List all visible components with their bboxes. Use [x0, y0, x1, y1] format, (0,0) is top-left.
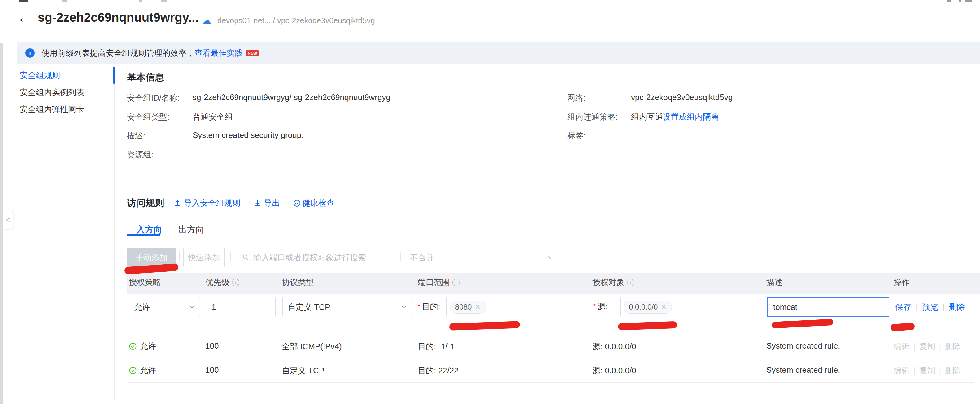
- banner-text: 使用前缀列表提高安全组规则管理的效率，: [41, 48, 194, 59]
- best-practice-link[interactable]: 查看最佳实践: [194, 48, 243, 59]
- red-marker-save: [890, 323, 915, 331]
- action-separator: |: [916, 302, 918, 312]
- back-button[interactable]: ←: [18, 11, 32, 25]
- vpc-cloud-icon[interactable]: ☁: [202, 15, 211, 26]
- access-rules-actions: 导入安全组规则 导出 健康检查: [173, 198, 334, 209]
- resource-group-label: 资源组:: [127, 149, 153, 160]
- export-link[interactable]: 导出: [253, 198, 280, 209]
- edit-button-disabled[interactable]: 编辑: [894, 341, 910, 352]
- top-edge-fragment: [161, 0, 167, 2]
- red-marker-port: [449, 321, 520, 331]
- export-label: 导出: [264, 198, 280, 209]
- rule-row-policy: 允许: [129, 365, 156, 376]
- sidebar-item-security-group-rules[interactable]: 安全组规则: [20, 70, 60, 81]
- sidebar-item-eni-list[interactable]: 安全组内弹性网卡: [20, 104, 84, 115]
- quick-add-button[interactable]: 快速添加: [183, 248, 225, 267]
- port-tag: 8080 ✕: [450, 300, 486, 313]
- red-marker-source: [618, 321, 677, 331]
- info-circle-icon[interactable]: i: [452, 279, 460, 286]
- set-isolation-link[interactable]: 设置成组内隔离: [663, 112, 719, 122]
- copy-button-disabled[interactable]: 复制: [919, 365, 935, 376]
- import-rules-label: 导入安全组规则: [184, 198, 240, 209]
- rule-row-description: System created rule.: [766, 365, 840, 375]
- panel-collapse-button[interactable]: <: [3, 210, 13, 229]
- edit-button-disabled[interactable]: 编辑: [894, 365, 910, 376]
- rule-row-actions: 编辑 | 复制 | 删除: [894, 341, 961, 352]
- rule-search-input[interactable]: [253, 252, 395, 263]
- top-edge-fragment: [966, 0, 972, 2]
- rule-row-protocol: 自定义 TCP: [282, 365, 324, 376]
- rule-row-policy: 允许: [129, 341, 156, 351]
- save-button[interactable]: 保存: [895, 302, 911, 313]
- check-circle-icon: [129, 367, 137, 375]
- row-divider: [127, 382, 974, 383]
- remove-tag-icon[interactable]: ✕: [475, 303, 480, 311]
- top-edge-fragment: [947, 0, 951, 2]
- col-port-range: 端口范围i: [418, 277, 460, 288]
- priority-input-wrap: [205, 297, 275, 317]
- network-value: vpc-2zekoqe3v0eusqiktd5vg: [631, 93, 733, 102]
- basic-info-title: 基本信息: [127, 71, 164, 84]
- merge-mode-value: 不合并: [410, 252, 434, 263]
- intra-policy-label: 组内连通策略:: [567, 112, 618, 122]
- policy-select[interactable]: 允许: [129, 297, 200, 317]
- rule-search-box[interactable]: [237, 248, 395, 267]
- delete-button-disabled[interactable]: 删除: [945, 365, 961, 376]
- tab-inbound[interactable]: 入方向: [136, 224, 162, 235]
- source-input[interactable]: 0.0.0.0/0 ✕: [620, 297, 758, 317]
- rule-row-actions: 编辑 | 复制 | 删除: [894, 365, 961, 376]
- rule-row-priority: 100: [205, 365, 219, 375]
- rule-row-protocol: 全部 ICMP(IPv4): [282, 341, 342, 352]
- top-edge-fragment: [139, 0, 142, 2]
- remove-tag-icon[interactable]: ✕: [661, 303, 667, 311]
- info-circle-icon[interactable]: i: [627, 279, 635, 286]
- preview-button[interactable]: 预览: [922, 302, 938, 313]
- tab-outbound[interactable]: 出方向: [178, 224, 204, 235]
- port-tag-value: 8080: [455, 303, 472, 311]
- health-check-link[interactable]: 健康检查: [293, 198, 334, 209]
- top-edge-fragment: [62, 0, 67, 2]
- merge-mode-select[interactable]: 不合并: [404, 248, 559, 267]
- sg-id-name-label: 安全组ID/名称:: [127, 93, 180, 104]
- protocol-select[interactable]: 自定义 TCP: [282, 297, 412, 317]
- delete-button[interactable]: 删除: [949, 302, 965, 313]
- check-circle-icon: [129, 342, 137, 350]
- collapsed-panel-strip: [0, 43, 3, 404]
- priority-input[interactable]: [211, 302, 270, 312]
- col-auth-object: 授权对象i: [592, 277, 635, 288]
- col-operation: 操作: [894, 277, 910, 288]
- dest-port-input[interactable]: 8080 ✕: [447, 297, 587, 317]
- sg-type-label: 安全组类型:: [127, 112, 169, 122]
- required-asterisk: *: [593, 302, 596, 311]
- action-separator: |: [913, 342, 916, 351]
- access-rules-title: 访问规则: [127, 197, 164, 209]
- shield-check-icon: [293, 199, 301, 207]
- rule-row-source: 源: 0.0.0.0/0: [592, 365, 636, 376]
- table-header-row: [127, 273, 980, 294]
- row-divider: [127, 334, 974, 334]
- import-rules-link[interactable]: 导入安全组规则: [173, 198, 240, 209]
- description-label: 描述:: [127, 131, 145, 141]
- tags-label: 标签:: [567, 131, 585, 141]
- policy-select-value: 允许: [134, 302, 150, 313]
- source-tag-value: 0.0.0.0/0: [629, 303, 658, 311]
- toolbar-separator: |: [229, 250, 232, 262]
- description-value: System created security group.: [192, 131, 304, 140]
- red-marker-description: [772, 319, 834, 328]
- info-circle-icon[interactable]: i: [232, 279, 239, 286]
- breadcrumb: devops01-net... / vpc-2zekoqe3v0eusqiktd…: [217, 16, 375, 25]
- chevron-down-icon: [189, 304, 195, 310]
- scrollbar-thumb[interactable]: [113, 67, 115, 84]
- source-tag: 0.0.0.0/0 ✕: [624, 300, 672, 313]
- toolbar-separator: |: [399, 250, 402, 262]
- sidebar-item-instance-list[interactable]: 安全组内实例列表: [20, 87, 84, 98]
- delete-button-disabled[interactable]: 删除: [945, 341, 961, 352]
- copy-button-disabled[interactable]: 复制: [919, 341, 935, 352]
- dest-port-label: *目的:: [417, 301, 440, 312]
- action-separator: |: [943, 302, 945, 312]
- chevron-down-icon: [547, 255, 553, 260]
- rule-description-input[interactable]: [773, 302, 884, 312]
- source-label: *源:: [593, 301, 608, 312]
- rule-row-port: 目的: 22/22: [418, 365, 458, 376]
- sg-type-value: 普通安全组: [192, 112, 233, 122]
